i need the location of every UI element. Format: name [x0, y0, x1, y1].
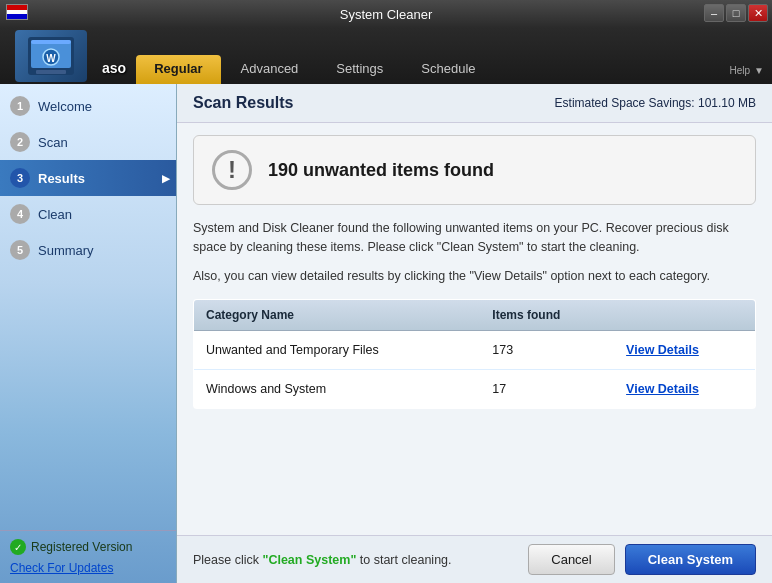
minimize-button[interactable]: –: [704, 4, 724, 22]
alert-box: ! 190 unwanted items found: [193, 135, 756, 205]
row2-category: Windows and System: [194, 370, 481, 409]
sidebar-bottom: ✓ Registered Version Check For Updates: [0, 530, 176, 583]
registered-label: Registered Version: [31, 540, 132, 554]
col-items: Items found: [480, 300, 614, 331]
table-header-row: Category Name Items found: [194, 300, 756, 331]
col-category: Category Name: [194, 300, 481, 331]
results-table: Category Name Items found Unwanted and T…: [193, 299, 756, 409]
row2-count: 17: [480, 370, 614, 409]
step-num-welcome: 1: [10, 96, 30, 116]
view-details-link-1[interactable]: View Details: [626, 343, 699, 357]
logo-area: W: [6, 28, 96, 84]
estimated-savings: Estimated Space Savings: 101.10 MB: [555, 96, 756, 110]
clean-system-button[interactable]: Clean System: [625, 544, 756, 575]
tabs: Regular Advanced Settings Schedule: [136, 55, 495, 84]
sidebar-label-summary: Summary: [38, 243, 94, 258]
description-text-2: Also, you can view detailed results by c…: [193, 267, 756, 286]
step-num-clean: 4: [10, 204, 30, 224]
sidebar-label-results: Results: [38, 171, 85, 186]
content-body: ! 190 unwanted items found System and Di…: [177, 123, 772, 535]
help-link[interactable]: Help ▼: [730, 65, 764, 84]
registered-check-icon: ✓: [10, 539, 26, 555]
title-bar-controls: – □ ✕: [704, 4, 768, 22]
sidebar-label-clean: Clean: [38, 207, 72, 222]
close-button[interactable]: ✕: [748, 4, 768, 22]
footer-buttons: Cancel Clean System: [528, 544, 756, 575]
step-num-scan: 2: [10, 132, 30, 152]
row2-link-cell: View Details: [614, 370, 755, 409]
tab-settings[interactable]: Settings: [318, 55, 401, 84]
warning-icon: !: [212, 150, 252, 190]
title-bar-title: System Cleaner: [340, 7, 432, 22]
step-num-summary: 5: [10, 240, 30, 260]
row1-category: Unwanted and Temporary Files: [194, 331, 481, 370]
col-action: [614, 300, 755, 331]
check-updates-link[interactable]: Check For Updates: [10, 561, 113, 575]
sidebar-label-scan: Scan: [38, 135, 68, 150]
sidebar-item-summary[interactable]: 5 Summary: [0, 232, 176, 268]
svg-text:W: W: [46, 53, 56, 64]
footer-message: Please click "Clean System" to start cle…: [193, 553, 452, 567]
svg-rect-2: [31, 40, 71, 44]
step-num-results: 3: [10, 168, 30, 188]
svg-rect-5: [36, 70, 66, 74]
footer-clean-ref: "Clean System": [262, 553, 356, 567]
sidebar-item-scan[interactable]: 2 Scan: [0, 124, 176, 160]
tab-regular[interactable]: Regular: [136, 55, 220, 84]
row1-link-cell: View Details: [614, 331, 755, 370]
footer-bar: Please click "Clean System" to start cle…: [177, 535, 772, 583]
flag-icon: [6, 4, 28, 20]
sidebar: 1 Welcome 2 Scan 3 Results 4 Clean 5 Sum…: [0, 84, 177, 583]
title-bar: System Cleaner – □ ✕: [0, 0, 772, 28]
view-details-link-2[interactable]: View Details: [626, 382, 699, 396]
footer-message-prefix: Please click: [193, 553, 262, 567]
content-title: Scan Results: [193, 94, 293, 112]
nav-bar: W aso Regular Advanced Settings Schedule…: [0, 28, 772, 84]
description-text-1: System and Disk Cleaner found the follow…: [193, 219, 756, 257]
tab-schedule[interactable]: Schedule: [403, 55, 493, 84]
row1-count: 173: [480, 331, 614, 370]
footer-message-suffix: to start cleaning.: [356, 553, 451, 567]
logo-image: W: [15, 30, 87, 82]
sidebar-item-results[interactable]: 3 Results: [0, 160, 176, 196]
sidebar-item-welcome[interactable]: 1 Welcome: [0, 88, 176, 124]
main-area: 1 Welcome 2 Scan 3 Results 4 Clean 5 Sum…: [0, 84, 772, 583]
tab-advanced[interactable]: Advanced: [223, 55, 317, 84]
sidebar-label-welcome: Welcome: [38, 99, 92, 114]
table-row: Windows and System 17 View Details: [194, 370, 756, 409]
alert-text: 190 unwanted items found: [268, 160, 494, 181]
content-header: Scan Results Estimated Space Savings: 10…: [177, 84, 772, 123]
maximize-button[interactable]: □: [726, 4, 746, 22]
help-arrow: ▼: [754, 65, 764, 76]
sidebar-item-clean[interactable]: 4 Clean: [0, 196, 176, 232]
cancel-button[interactable]: Cancel: [528, 544, 614, 575]
help-label: Help: [730, 65, 751, 76]
aso-label: aso: [96, 60, 136, 84]
registered-line: ✓ Registered Version: [10, 539, 166, 555]
content-panel: Scan Results Estimated Space Savings: 10…: [177, 84, 772, 583]
table-row: Unwanted and Temporary Files 173 View De…: [194, 331, 756, 370]
